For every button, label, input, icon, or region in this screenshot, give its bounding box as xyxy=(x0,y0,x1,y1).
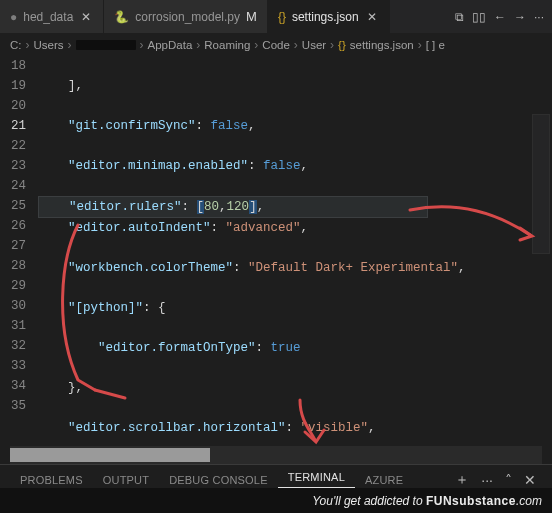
panel-tab-output[interactable]: OUTPUT xyxy=(93,474,159,486)
breadcrumb: C:› Users› › AppData› Roaming› Code› Use… xyxy=(0,34,552,56)
editor-minimap[interactable] xyxy=(532,114,550,254)
tab-settings-json[interactable]: {} settings.json ✕ xyxy=(268,0,390,33)
crumb[interactable]: settings.json xyxy=(350,39,414,51)
close-panel-icon[interactable]: ✕ xyxy=(518,472,542,488)
json-file-icon: {} xyxy=(278,10,286,24)
code-content[interactable]: ], "git.confirmSync": false, "editor.min… xyxy=(38,56,552,440)
line-number-gutter: 181920 212223 242526 272829 303132 33343… xyxy=(0,56,38,440)
split-editor-icon[interactable]: ▯▯ xyxy=(472,10,486,24)
crumb[interactable]: Code xyxy=(262,39,290,51)
close-icon[interactable]: ✕ xyxy=(79,10,93,24)
crumb[interactable]: AppData xyxy=(148,39,193,51)
close-icon[interactable]: ✕ xyxy=(365,10,379,24)
horizontal-scrollbar[interactable] xyxy=(10,446,542,464)
more-icon[interactable]: ··· xyxy=(534,10,544,24)
new-terminal-icon[interactable]: ＋ xyxy=(449,471,475,489)
compare-icon[interactable]: ⧉ xyxy=(455,10,464,24)
crumb[interactable]: C: xyxy=(10,39,22,51)
crumb[interactable]: [ ] e xyxy=(426,39,445,51)
editor-tab-bar: ● hed_data ✕ 🐍 corrosion_model.py M {} s… xyxy=(0,0,552,34)
more-icon[interactable]: ··· xyxy=(475,472,499,488)
panel-tab-terminal[interactable]: TERMINAL xyxy=(278,471,355,488)
tab-label: settings.json xyxy=(292,10,359,24)
modified-badge: M xyxy=(246,9,257,24)
file-icon: ● xyxy=(10,10,17,24)
tab-label: hed_data xyxy=(23,10,73,24)
panel-tab-problems[interactable]: PROBLEMS xyxy=(10,474,93,486)
panel-tab-debug-console[interactable]: DEBUG CONSOLE xyxy=(159,474,278,486)
crumb[interactable]: Roaming xyxy=(204,39,250,51)
tab-actions: ⧉ ▯▯ ← → ··· xyxy=(447,10,552,24)
tab-corrosion-model[interactable]: 🐍 corrosion_model.py M xyxy=(104,0,268,33)
editor[interactable]: 181920 212223 242526 272829 303132 33343… xyxy=(0,56,552,440)
crumb[interactable]: Users xyxy=(34,39,64,51)
watermark: You'll get addicted to FUNsubstance.com xyxy=(0,488,552,513)
nav-back-icon[interactable]: ← xyxy=(494,10,506,24)
maximize-panel-icon[interactable]: ˄ xyxy=(499,472,518,488)
crumb-redacted xyxy=(76,40,136,50)
nav-forward-icon[interactable]: → xyxy=(514,10,526,24)
python-file-icon: 🐍 xyxy=(114,10,129,24)
scrollbar-thumb[interactable] xyxy=(10,448,210,462)
crumb[interactable]: User xyxy=(302,39,326,51)
tab-hed-data[interactable]: ● hed_data ✕ xyxy=(0,0,104,33)
tab-label: corrosion_model.py xyxy=(135,10,240,24)
panel-tab-azure[interactable]: AZURE xyxy=(355,474,413,486)
